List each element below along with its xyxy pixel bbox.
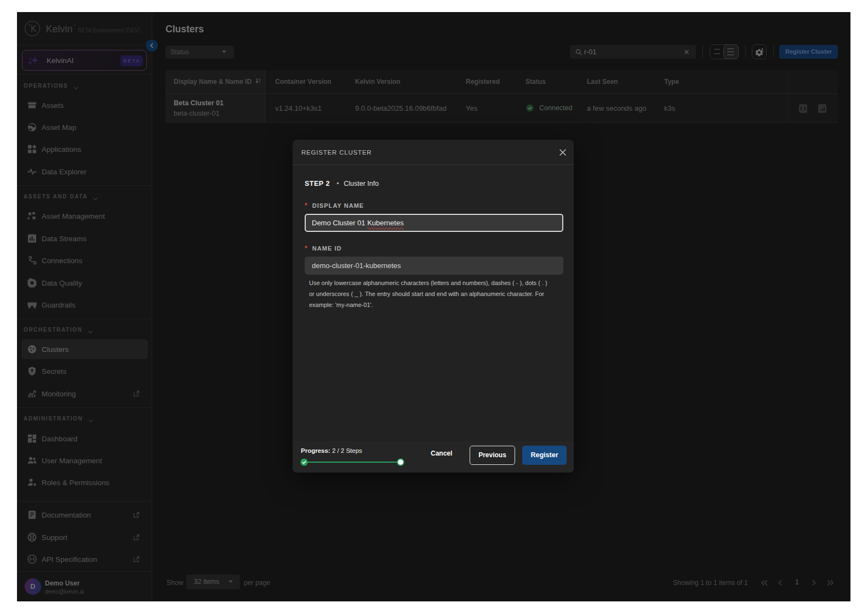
svg-text:K: K <box>31 24 37 33</box>
